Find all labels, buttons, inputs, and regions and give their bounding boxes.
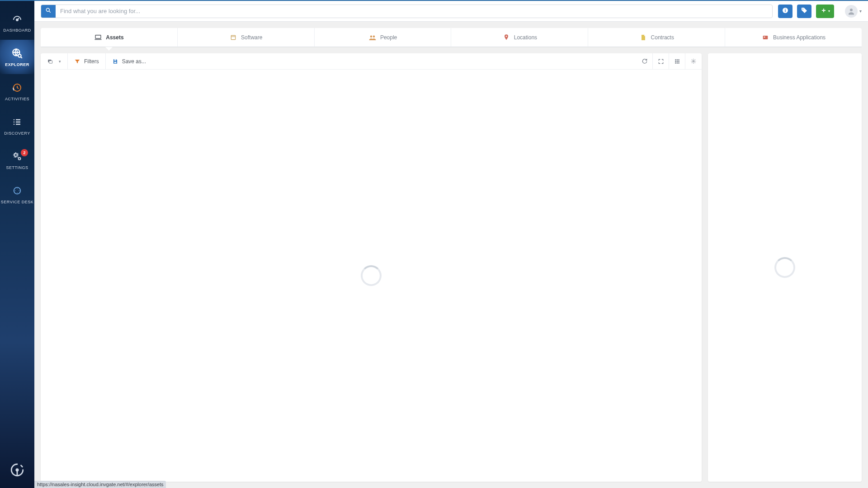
sidebar-item-service-desk[interactable]: SERVICE DESK xyxy=(0,177,34,211)
topbar-actions: ▾ ▾ xyxy=(778,5,862,18)
svg-rect-36 xyxy=(114,59,116,61)
gear-icon xyxy=(690,58,697,65)
svg-rect-38 xyxy=(675,59,676,60)
sidebar-item-settings[interactable]: 2 SETTINGS xyxy=(0,143,34,177)
save-as-label: Save as... xyxy=(122,58,146,65)
save-icon xyxy=(112,58,118,65)
tab-label: People xyxy=(380,34,397,41)
save-as-button[interactable]: Save as... xyxy=(106,53,152,69)
info-button[interactable] xyxy=(778,5,793,18)
tab-label: Contracts xyxy=(651,34,674,41)
box-icon xyxy=(229,33,237,42)
sidebar-item-discovery[interactable]: DISCOVERY xyxy=(0,108,34,143)
svg-line-18 xyxy=(49,11,51,12)
sidebar-item-dashboard[interactable]: DASHBOARD xyxy=(0,5,34,40)
detail-panel xyxy=(708,53,862,482)
panel-toolbar: ▾ Filters Save as... xyxy=(41,53,702,70)
svg-point-47 xyxy=(693,61,694,62)
stack-icon xyxy=(47,58,53,65)
chevron-down-icon: ▾ xyxy=(859,9,862,14)
grid-icon xyxy=(674,58,680,65)
settings-badge: 2 xyxy=(21,149,28,156)
svg-point-15 xyxy=(16,469,18,471)
views-dropdown[interactable]: ▾ xyxy=(41,53,68,69)
tab-contracts[interactable]: Contracts xyxy=(588,28,725,47)
sidebar-item-label: SETTINGS xyxy=(6,165,28,170)
pin-icon xyxy=(502,33,510,42)
user-menu[interactable]: ▾ xyxy=(845,5,862,18)
add-button[interactable]: ▾ xyxy=(816,5,834,18)
tab-label: Business Applications xyxy=(773,34,826,41)
plus-icon xyxy=(821,7,827,15)
sidebar-item-label: ACTIVITIES xyxy=(5,97,29,101)
svg-point-31 xyxy=(505,36,507,37)
svg-rect-37 xyxy=(114,61,116,63)
refresh-icon xyxy=(642,58,648,65)
filters-label: Filters xyxy=(84,58,99,65)
avatar xyxy=(845,5,858,18)
svg-point-12 xyxy=(14,154,17,156)
loading-spinner xyxy=(774,257,795,278)
svg-point-17 xyxy=(46,8,49,11)
tab-people[interactable]: People xyxy=(315,28,452,47)
svg-line-1 xyxy=(17,18,19,20)
main-panel: ▾ Filters Save as... xyxy=(41,53,702,482)
svg-rect-43 xyxy=(678,61,679,61)
svg-rect-35 xyxy=(49,61,52,63)
sidebar-item-explorer[interactable]: EXPLORER xyxy=(0,40,34,74)
left-sidebar: DASHBOARD EXPLORER ACTIVITIES xyxy=(0,1,34,488)
globe-search-icon xyxy=(11,47,24,60)
svg-point-21 xyxy=(785,9,786,9)
chevron-down-icon: ▾ xyxy=(59,59,61,64)
tag-icon xyxy=(801,7,808,16)
tag-button[interactable] xyxy=(797,5,811,18)
tab-software[interactable]: Software xyxy=(178,28,315,47)
loading-spinner xyxy=(361,265,382,286)
status-link: https://nasales-insight.cloud.invgate.ne… xyxy=(34,481,166,488)
svg-rect-27 xyxy=(231,35,235,39)
filters-button[interactable]: Filters xyxy=(68,53,106,69)
svg-point-13 xyxy=(19,158,21,160)
svg-point-29 xyxy=(370,35,373,38)
detail-panel-body xyxy=(708,53,862,482)
content-row: ▾ Filters Save as... xyxy=(34,47,868,488)
settings-button[interactable] xyxy=(685,53,702,69)
svg-line-4 xyxy=(21,57,22,58)
main-panel-body xyxy=(41,70,702,482)
clock-history-icon xyxy=(11,81,24,94)
svg-rect-33 xyxy=(764,37,765,38)
app-icon xyxy=(761,33,769,42)
svg-rect-45 xyxy=(676,62,677,63)
filter-icon xyxy=(74,58,80,65)
svg-rect-32 xyxy=(763,36,768,39)
category-tabs: Assets Software People Locations xyxy=(41,28,862,47)
refresh-button[interactable] xyxy=(637,53,653,69)
sidebar-item-label: DASHBOARD xyxy=(3,28,31,33)
svg-point-22 xyxy=(802,9,803,9)
headset-icon xyxy=(11,184,24,197)
info-icon xyxy=(782,7,789,16)
svg-rect-42 xyxy=(676,61,677,61)
tab-locations[interactable]: Locations xyxy=(451,28,588,47)
sidebar-item-activities[interactable]: ACTIVITIES xyxy=(0,74,34,108)
tab-label: Locations xyxy=(514,34,537,41)
search-button[interactable] xyxy=(41,5,56,18)
search-box xyxy=(41,5,773,18)
sidebar-item-label: EXPLORER xyxy=(5,62,29,67)
grid-view-button[interactable] xyxy=(669,53,685,69)
svg-rect-20 xyxy=(785,9,785,12)
laptop-icon xyxy=(94,33,102,42)
search-icon xyxy=(45,7,52,15)
tab-business-applications[interactable]: Business Applications xyxy=(725,28,862,47)
sidebar-footer-logo xyxy=(8,461,26,479)
tab-label: Software xyxy=(241,34,262,41)
tab-label: Assets xyxy=(106,34,123,41)
svg-rect-26 xyxy=(95,35,101,38)
search-input[interactable] xyxy=(56,8,772,14)
sidebar-item-label: SERVICE DESK xyxy=(1,200,33,204)
tab-assets[interactable]: Assets xyxy=(41,28,178,47)
expand-icon xyxy=(658,58,664,65)
fullscreen-button[interactable] xyxy=(653,53,669,69)
svg-rect-39 xyxy=(676,59,677,60)
svg-rect-41 xyxy=(675,61,676,61)
